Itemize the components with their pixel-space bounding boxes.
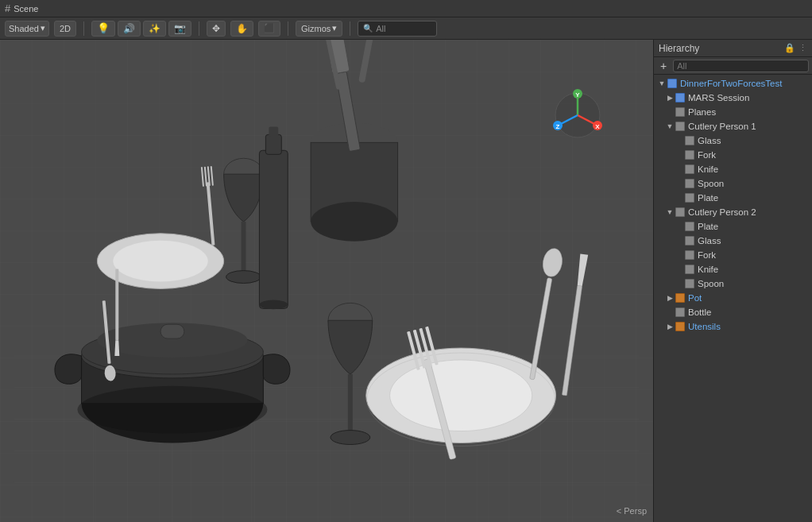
- tree-arrow-fork2: [675, 250, 684, 260]
- tree-icon-root: [667, 78, 678, 89]
- svg-point-22: [331, 431, 370, 445]
- svg-rect-54: [207, 182, 215, 246]
- audio-icon-button[interactable]: 🔊: [118, 21, 141, 37]
- tree-icon-cp1: [675, 121, 686, 132]
- move-tool-button[interactable]: ✥: [207, 21, 226, 37]
- shading-label: Shaded: [9, 24, 39, 33]
- tree-icon-pot: [675, 292, 686, 304]
- main-content: Y X Z < Persp Hierarchy 🔒 ⋮ +: [0, 40, 812, 522]
- svg-point-19: [226, 271, 261, 284]
- tree-arrow-mars: [665, 93, 675, 102]
- tree-item-fork1[interactable]: Fork: [654, 148, 812, 162]
- svg-point-51: [541, 247, 565, 278]
- hierarchy-options-icon[interactable]: ⋮: [798, 43, 807, 53]
- toolbar-sep-4: [350, 21, 350, 36]
- search-placeholder: All: [376, 24, 385, 33]
- tree-item-pot[interactable]: Pot: [654, 291, 812, 305]
- svg-marker-53: [576, 253, 588, 286]
- gizmos-arrow-icon: ▾: [332, 23, 337, 33]
- scene-search-box[interactable]: 🔍 All: [358, 21, 437, 37]
- tree-item-spoon1[interactable]: Spoon: [654, 176, 812, 191]
- tree-item-cutlery-person-1[interactable]: Cutlery Person 1: [654, 119, 812, 133]
- tree-icon-bottle: [675, 307, 686, 318]
- tree-item-knife2[interactable]: Knife: [654, 262, 812, 276]
- tree-label-glass2: Glass: [698, 236, 721, 246]
- tree-arrow-knife2: [675, 265, 684, 274]
- layers-icon-button[interactable]: ⬛: [258, 21, 280, 37]
- 2d-button[interactable]: 2D: [54, 21, 76, 37]
- hierarchy-toolbar: +: [654, 57, 812, 75]
- toolbar-sep-1: [83, 21, 84, 36]
- tree-arrow-plate2: [675, 222, 684, 231]
- tree-arrow-cp2: [665, 207, 675, 217]
- tree-item-plate2[interactable]: Plate: [654, 219, 812, 234]
- svg-line-39: [362, 40, 374, 79]
- tree-item-mars-session[interactable]: MARS Session: [654, 91, 812, 105]
- hierarchy-title: Hierarchy: [659, 43, 781, 54]
- effects-icon-button[interactable]: ✨: [143, 21, 166, 37]
- svg-point-13: [390, 360, 532, 431]
- svg-point-26: [259, 300, 288, 309]
- svg-rect-55: [201, 167, 204, 187]
- tree-arrow-spoon1: [675, 179, 684, 188]
- search-icon: 🔍: [363, 24, 373, 33]
- tree-label-knife1: Knife: [698, 164, 718, 174]
- tree-icon-plate2: [684, 221, 695, 232]
- persp-label[interactable]: < Persp: [617, 506, 647, 516]
- hierarchy-header: Hierarchy 🔒 ⋮: [654, 40, 812, 57]
- tree-label-pot: Pot: [688, 293, 702, 303]
- tree-icon-plate1: [684, 192, 695, 203]
- scene-tab-title[interactable]: Scene: [14, 4, 38, 14]
- tree-item-fork2[interactable]: Fork: [654, 248, 812, 262]
- tree-item-plate1[interactable]: Plate: [654, 191, 812, 205]
- tree-label-plate2: Plate: [698, 222, 718, 231]
- tree-item-glass2[interactable]: Glass: [654, 234, 812, 248]
- hierarchy-lock-icon[interactable]: 🔒: [784, 43, 795, 53]
- hierarchy-add-button[interactable]: +: [657, 60, 670, 72]
- tree-label-planes: Planes: [688, 107, 716, 117]
- gizmos-dropdown[interactable]: Gizmos ▾: [296, 21, 342, 37]
- svg-rect-24: [265, 134, 281, 154]
- scene-viewport[interactable]: Y X Z < Persp: [0, 40, 653, 522]
- shading-dropdown[interactable]: Shaded ▾: [5, 21, 49, 37]
- tree-arrow-planes: [665, 107, 675, 117]
- scene-tab-bar: # Scene: [0, 0, 812, 17]
- svg-text:Y: Y: [575, 91, 580, 99]
- tree-item-glass1[interactable]: Glass: [654, 133, 812, 148]
- svg-text:X: X: [595, 123, 600, 130]
- hierarchy-tree: DinnerForTwoForcesTest MARS Session Plan…: [654, 75, 812, 522]
- light-icon-button[interactable]: 💡: [91, 21, 115, 37]
- toolbar-sep-2: [199, 21, 199, 36]
- camera-icon-button[interactable]: 📷: [168, 21, 191, 37]
- tree-item-root[interactable]: DinnerForTwoForcesTest: [654, 76, 812, 91]
- tree-label-knife2: Knife: [698, 265, 718, 274]
- hierarchy-search-input[interactable]: [673, 60, 809, 72]
- tree-item-knife1[interactable]: Knife: [654, 162, 812, 176]
- hand-tool-button[interactable]: ✋: [230, 21, 253, 37]
- tree-arrow-glass1: [675, 136, 684, 145]
- tree-item-planes[interactable]: Planes: [654, 105, 812, 119]
- svg-rect-52: [562, 285, 582, 396]
- toolbar-sep-3: [288, 21, 288, 36]
- shading-arrow-icon: ▾: [41, 23, 45, 33]
- tree-item-spoon2[interactable]: Spoon: [654, 276, 812, 291]
- tree-item-utensils[interactable]: Utensils: [654, 319, 812, 334]
- svg-text:Z: Z: [556, 123, 560, 130]
- tree-label-glass1: Glass: [698, 136, 721, 145]
- tree-arrow-spoon2: [675, 279, 684, 288]
- tree-icon-cp2: [675, 207, 686, 218]
- svg-rect-56: [204, 167, 207, 187]
- tree-label-cutlery-person-1: Cutlery Person 1: [688, 122, 756, 131]
- svg-point-16: [113, 241, 207, 282]
- tree-arrow-knife1: [675, 164, 684, 174]
- tree-label-bottle: Bottle: [688, 307, 711, 317]
- tree-icon-knife2: [684, 264, 695, 275]
- tree-arrow-cp1: [665, 122, 675, 131]
- tree-icon-spoon1: [684, 178, 695, 189]
- tree-arrow-root: [657, 79, 667, 88]
- viewport-gizmo[interactable]: Y X Z: [550, 87, 605, 143]
- tree-item-cutlery-person-2[interactable]: Cutlery Person 2: [654, 205, 812, 219]
- tree-arrow-fork1: [675, 150, 684, 160]
- tree-item-bottle[interactable]: Bottle: [654, 305, 812, 319]
- tree-arrow-utensils: [665, 322, 675, 331]
